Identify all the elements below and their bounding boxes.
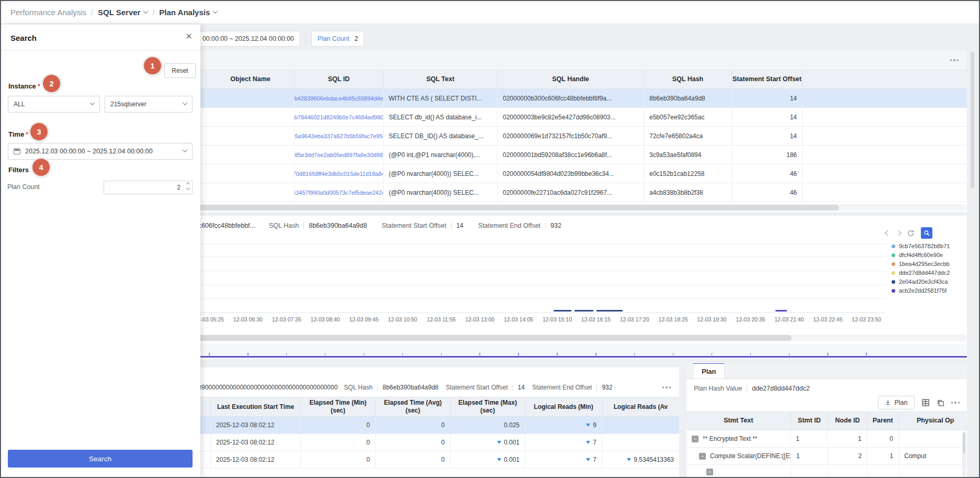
instance-group-select[interactable]: ALL (8, 96, 100, 113)
col-logical-reads-avg: Logical Reads (Av (602, 397, 679, 416)
step-badge-4: 4 (32, 159, 50, 176)
search-panel: Search × 1 Reset Instance* 2 ALL 215sqls… (1, 24, 200, 478)
trend-down-icon (497, 458, 501, 461)
table-row[interactable]: −** Encrypted Text ** 1 1 0 (686, 430, 967, 448)
collapse-icon[interactable]: − (706, 469, 713, 475)
forward-arrow-icon[interactable] (895, 230, 901, 236)
step-badge-1: 1 (144, 57, 161, 74)
table-row[interactable]: 2025-12-03 08:02:12 0 0 0.001 7 9.534541… (190, 451, 679, 469)
download-icon (885, 399, 891, 406)
legend-item[interactable]: 2e04ad20e3cf43ca (892, 279, 965, 285)
plan-trend-chart[interactable] (190, 237, 886, 313)
legend-dot (892, 280, 895, 284)
scrollbar-thumb[interactable] (963, 432, 965, 453)
table-row[interactable]: b385e3dd7ee2ab05ed897fa6e30d98b9 (@P0 in… (190, 146, 967, 164)
plan-count-chip: Plan Count 2 (311, 31, 365, 47)
collapse-icon[interactable]: − (699, 453, 706, 460)
scrollbar-thumb[interactable] (190, 335, 792, 341)
breadcrumb-item-plan-analysis[interactable]: Plan Analysis (159, 8, 217, 17)
table-row[interactable]: 435a9643eba337a627b5b59fac7e951d SELECT … (190, 127, 967, 146)
legend-item[interactable]: dde27d8dd447ddc2 (892, 270, 965, 276)
close-icon[interactable]: × (186, 31, 192, 41)
col-elapsed-avg: Elapsed Time (Avg)(sec) (376, 397, 450, 416)
breadcrumb: Performance Analysis / SQL Server / Plan… (1, 1, 979, 24)
instance-select[interactable]: 215sqlserver (105, 96, 193, 113)
table-row[interactable]: −Compute Scalar(DEFINE:([Ex... 1 2 1 Com… (686, 448, 967, 465)
magnifier-icon (923, 230, 930, 237)
table-row[interactable]: 2025-12-03 08:02:12 0 0 0.001 7 (190, 434, 679, 451)
refresh-icon[interactable] (907, 229, 915, 237)
calendar-icon (14, 148, 20, 154)
chevron-down-icon (183, 147, 188, 152)
search-button[interactable]: Search (8, 450, 193, 468)
sql-id-link[interactable]: 18b78446021d8249b0e7c4684ad980ca (295, 108, 384, 126)
sql-id-link[interactable]: b385e3dd7ee2ab05ed897fa6e30d98b9 (295, 146, 384, 164)
more-menu-icon[interactable] (950, 59, 959, 61)
legend-item[interactable]: 1bea4d295ec3ecbb (892, 261, 965, 267)
legend-dot (892, 271, 895, 275)
plan-count-input[interactable]: 2 (104, 181, 193, 194)
col-node-id: Node ID (828, 412, 868, 430)
trend-down-icon (586, 458, 590, 461)
sql-id-link[interactable]: 063457f990a0d00573c7ef5deae24243 (295, 183, 384, 202)
more-menu-icon[interactable] (951, 402, 960, 404)
plan-hash-bar: Plan Hash Value dde27d8dd447ddc2 (686, 379, 967, 394)
sql-list-card: Object Name SQL ID SQL Text SQL Handle S… (190, 51, 967, 212)
breadcrumb-item-sql-server[interactable]: SQL Server (98, 8, 148, 17)
chevron-down-icon (183, 100, 188, 105)
time-range-picker[interactable]: 2025.12.03 00:00:00 ~ 2025.12.04 00:00:0… (8, 143, 193, 160)
back-arrow-icon[interactable] (885, 230, 891, 236)
sql-handle-partial: 9d89000000000000000000000000000000000000… (191, 384, 337, 391)
legend-item[interactable]: acb2e2dd2581f75f (892, 287, 965, 294)
table-row[interactable]: 2025-12-03 08:02:12 0 0 0.025 9 (190, 417, 679, 434)
detail-info-bar: 9d89000000000000000000000000000000000000… (190, 368, 679, 397)
chart-legend: 9cb7e563782b8b71 dfcf4d4ffc60e90e 1bea4d… (892, 243, 965, 296)
scrollbar-thumb[interactable] (190, 205, 839, 210)
legend-dot (892, 253, 895, 257)
sql-handle-partial: 00c606fcc48bbfebbf... (191, 222, 255, 229)
legend-dot (892, 289, 895, 293)
copy-icon[interactable] (937, 399, 944, 407)
scrollbar-thumb[interactable] (971, 52, 974, 188)
sql-id-link[interactable]: 435a9643eba337a627b5b59fac7e951d (295, 127, 384, 145)
trend-down-icon (586, 441, 590, 444)
col-sql-id: SQL ID (295, 70, 384, 88)
breadcrumb-separator: / (152, 8, 154, 17)
sql-id-link[interactable]: 270d81658ff4e3db5c015de11d18a845 (295, 164, 384, 183)
sql-id-link[interactable]: 22b42839606ebdace4b95c55894d4ea7 (295, 89, 384, 107)
table-row[interactable]: 270d81658ff4e3db5c015de11d18a845 (@P0 nv… (190, 164, 967, 183)
col-physical-op: Physical Op (899, 412, 967, 430)
reset-button[interactable]: Reset (164, 63, 196, 78)
table-row[interactable]: 18b78446021d8249b0e7c4684ad980ca SELECT … (190, 108, 967, 127)
legend-dot (892, 262, 895, 266)
legend-item[interactable]: dfcf4d4ffc60e90e (892, 252, 965, 258)
legend-item[interactable]: 9cb7e563782b8b71 (892, 243, 965, 249)
col-sql-handle: SQL Handle (498, 70, 644, 88)
col-object-name: Object Name (207, 70, 295, 88)
time-range-chip: 00:00:00 ~ 2025.12.04 00:00:00 (197, 31, 300, 47)
tab-plan[interactable]: Plan (693, 363, 725, 379)
more-menu-icon[interactable] (662, 386, 671, 388)
number-spinner[interactable] (187, 183, 189, 190)
plan-trend-card: 00c606fcc48bbfebbf... SQL Hash 8b6eb390b… (190, 216, 967, 359)
zoom-select-button[interactable] (921, 227, 932, 239)
page-vertical-scrollbar[interactable] (970, 51, 975, 477)
step-badge-2: 2 (43, 75, 60, 92)
table-row-partial[interactable]: − (686, 465, 967, 478)
download-plan-button[interactable]: Plan (878, 396, 914, 409)
chart-toolbar (886, 227, 932, 239)
chart-minimap[interactable] (190, 344, 967, 358)
table-row[interactable]: 063457f990a0d00573c7ef5deae24243 (@P0 nv… (190, 183, 967, 202)
chevron-down-icon (143, 8, 149, 14)
trend-down-icon (497, 441, 501, 444)
horizontal-scrollbar[interactable] (190, 204, 967, 211)
chart-range-scrollbar[interactable] (190, 335, 967, 341)
breadcrumb-item-performance-analysis[interactable]: Performance Analysis (10, 8, 86, 17)
grid-view-icon[interactable] (921, 398, 930, 407)
col-logical-reads-min: Logical Reads (Min) (525, 397, 602, 416)
minimap-line (190, 356, 967, 358)
breadcrumb-separator: / (91, 8, 93, 17)
vertical-scrollbar[interactable] (962, 431, 966, 476)
table-row[interactable]: 22b42839606ebdace4b95c55894d4ea7 WITH CT… (190, 89, 967, 108)
collapse-icon[interactable]: − (692, 436, 699, 442)
